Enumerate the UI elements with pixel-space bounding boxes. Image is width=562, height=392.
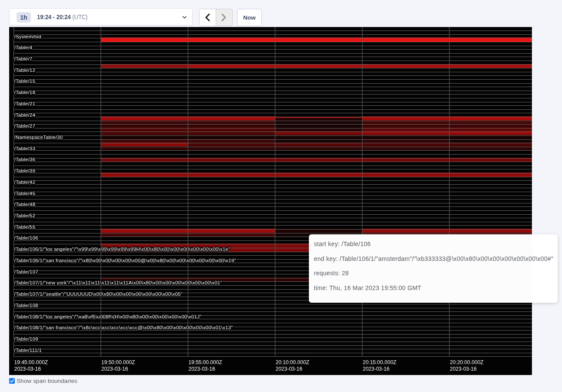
svg-text:/Table/52: /Table/52 — [14, 213, 35, 218]
svg-text:/Table/12: /Table/12 — [14, 68, 35, 73]
svg-text:/Table/107/1/"new york"/"\x11\: /Table/107/1/"new york"/"\x11\x11\x11\x1… — [14, 280, 222, 285]
svg-text:/Table/107: /Table/107 — [14, 269, 38, 274]
svg-text:/Table/55: /Table/55 — [14, 224, 35, 230]
svg-text:/Table/33: /Table/33 — [14, 146, 35, 151]
svg-text:/Table/7: /Table/7 — [14, 56, 33, 61]
svg-text:2023-03-16: 2023-03-16 — [102, 366, 129, 372]
svg-text:19:50:00.000Z: 19:50:00.000Z — [102, 359, 135, 365]
svg-text:/System/tsd: /System/tsd — [14, 34, 41, 39]
svg-text:/Table/107/1/"seattle"/"UUUUUU: /Table/107/1/"seattle"/"UUUUUUD\x00\x80\… — [14, 291, 183, 297]
svg-text:/Table/36: /Table/36 — [14, 157, 35, 162]
svg-text:/Table/39: /Table/39 — [14, 168, 35, 173]
svg-text:/Table/45: /Table/45 — [14, 191, 35, 196]
svg-text:/Table/111/1: /Table/111/1 — [14, 348, 42, 353]
svg-text:/Table/108/1/"san francisco"/": /Table/108/1/"san francisco"/"\x8c\xcc\x… — [14, 325, 233, 330]
svg-text:2023-03-16: 2023-03-16 — [276, 366, 303, 372]
svg-text:/NamespaceTable/30: /NamespaceTable/30 — [14, 135, 63, 140]
svg-text:19:45:00.000Z: 19:45:00.000Z — [14, 359, 48, 365]
svg-text:2023-03-16: 2023-03-16 — [450, 366, 477, 372]
svg-text:/Table/4: /Table/4 — [14, 45, 33, 50]
svg-text:/Table/106/1/"san francisco"/": /Table/106/1/"san francisco"/"\x80\x00\x… — [14, 258, 236, 263]
svg-text:20:10:00.000Z: 20:10:00.000Z — [276, 359, 309, 365]
svg-text:/Table/48: /Table/48 — [14, 202, 35, 207]
svg-text:/Table/108: /Table/108 — [14, 303, 38, 308]
svg-text:20:20:00.000Z: 20:20:00.000Z — [450, 359, 484, 365]
svg-text:/Table/42: /Table/42 — [14, 179, 35, 185]
svg-text:20:15:00.000Z: 20:15:00.000Z — [363, 359, 396, 365]
svg-text:2023-03-16: 2023-03-16 — [189, 366, 216, 372]
svg-text:2023-03-16: 2023-03-16 — [14, 366, 41, 372]
svg-text:/Table/21: /Table/21 — [14, 101, 35, 106]
svg-text:/Table/109: /Table/109 — [14, 336, 38, 341]
svg-text:19:55:00.000Z: 19:55:00.000Z — [189, 359, 222, 365]
svg-text:/Table/108/1/"los angeles"/"\x: /Table/108/1/"los angeles"/"\xa8\xf5\u00… — [14, 314, 202, 319]
svg-text:/Table/27: /Table/27 — [14, 123, 35, 128]
svg-text:/Table/106: /Table/106 — [14, 235, 38, 240]
svg-text:/Table/18: /Table/18 — [14, 90, 35, 95]
svg-text:/Table/106/1/"los angeles"/"\x: /Table/106/1/"los angeles"/"\x99\x99\x99… — [14, 247, 230, 252]
svg-text:2023-03-16: 2023-03-16 — [363, 366, 390, 372]
svg-text:/Table/15: /Table/15 — [14, 78, 35, 84]
svg-text:/Table/24: /Table/24 — [14, 112, 36, 118]
